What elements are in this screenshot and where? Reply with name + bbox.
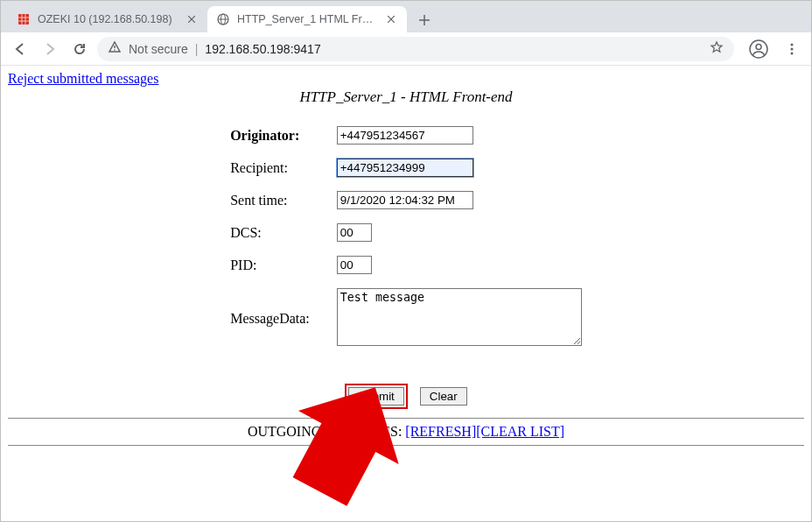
toolbar: Not secure | 192.168.50.198:9417 bbox=[1, 32, 811, 66]
tab-http-server[interactable]: HTTP_Server_1 HTML Front-end bbox=[207, 6, 407, 32]
profile-icon[interactable] bbox=[746, 37, 771, 61]
forward-button[interactable] bbox=[38, 37, 62, 61]
separator bbox=[8, 445, 804, 446]
originator-label: Originator: bbox=[230, 128, 299, 143]
message-data-label: MessageData: bbox=[229, 287, 336, 350]
page-content: Reject submitted messages HTTP_Server_1 … bbox=[1, 66, 811, 521]
clear-list-link[interactable]: [CLEAR LIST] bbox=[476, 424, 564, 439]
message-data-textarea[interactable]: Test message bbox=[337, 288, 582, 346]
row-dcs: DCS: bbox=[229, 222, 583, 243]
not-secure-label: Not secure bbox=[129, 42, 188, 56]
tab-strip: OZEKI 10 (192.168.50.198) HTTP_Server_1 … bbox=[1, 1, 811, 32]
url-text: 192.168.50.198:9417 bbox=[205, 42, 320, 56]
browser-window: OZEKI 10 (192.168.50.198) HTTP_Server_1 … bbox=[0, 0, 812, 522]
page-title: HTTP_Server_1 - HTML Front-end bbox=[8, 88, 804, 106]
globe-icon bbox=[216, 12, 230, 26]
outgoing-label: OUTGOING MESSAGES: bbox=[248, 424, 405, 439]
tab-title: HTTP_Server_1 HTML Front-end bbox=[237, 13, 379, 25]
originator-input[interactable] bbox=[337, 126, 473, 145]
recipient-label: Recipient: bbox=[229, 158, 336, 178]
row-message-data: MessageData: Test message bbox=[229, 287, 583, 350]
dcs-label: DCS: bbox=[229, 222, 336, 243]
menu-icon[interactable] bbox=[780, 37, 804, 61]
reload-button[interactable] bbox=[67, 37, 92, 61]
separator bbox=[8, 418, 804, 419]
pid-label: PID: bbox=[229, 255, 336, 275]
sent-time-input[interactable] bbox=[337, 191, 473, 209]
submit-highlight: Submit bbox=[345, 384, 407, 409]
recipient-input[interactable] bbox=[337, 159, 473, 177]
tab-ozeki[interactable]: OZEKI 10 (192.168.50.198) bbox=[8, 6, 207, 32]
outgoing-row: OUTGOING MESSAGES: [REFRESH][CLEAR LIST] bbox=[8, 424, 804, 440]
svg-rect-4 bbox=[18, 14, 29, 25]
toolbar-right bbox=[746, 37, 804, 61]
dcs-input[interactable] bbox=[337, 223, 372, 242]
row-pid: PID: bbox=[229, 255, 583, 275]
message-form: Originator: Recipient: Sent time: DCS: P… bbox=[229, 113, 583, 363]
star-icon[interactable] bbox=[710, 40, 724, 57]
svg-point-19 bbox=[114, 49, 116, 51]
pid-input[interactable] bbox=[337, 256, 372, 274]
tab-title: OZEKI 10 (192.168.50.198) bbox=[38, 13, 179, 25]
divider: | bbox=[195, 42, 199, 56]
not-secure-icon bbox=[108, 40, 122, 57]
submit-button[interactable]: Submit bbox=[348, 387, 403, 406]
row-recipient: Recipient: bbox=[229, 158, 583, 178]
sent-time-label: Sent time: bbox=[229, 190, 336, 210]
svg-point-23 bbox=[791, 47, 794, 50]
refresh-link[interactable]: [REFRESH] bbox=[405, 424, 476, 439]
svg-point-22 bbox=[791, 43, 794, 46]
clear-button[interactable]: Clear bbox=[420, 387, 467, 406]
reject-messages-link[interactable]: Reject submitted messages bbox=[8, 71, 158, 86]
row-sent-time: Sent time: bbox=[229, 190, 583, 210]
svg-point-24 bbox=[791, 52, 794, 54]
button-row: Submit Clear bbox=[8, 384, 804, 409]
tab-close-button[interactable] bbox=[185, 12, 199, 26]
new-tab-button[interactable] bbox=[412, 8, 437, 32]
row-originator: Originator: bbox=[229, 125, 583, 145]
grid-icon bbox=[17, 12, 31, 26]
back-button[interactable] bbox=[8, 37, 32, 61]
tab-close-button[interactable] bbox=[384, 12, 398, 26]
svg-point-21 bbox=[756, 44, 761, 49]
address-bar[interactable]: Not secure | 192.168.50.198:9417 bbox=[97, 37, 734, 61]
